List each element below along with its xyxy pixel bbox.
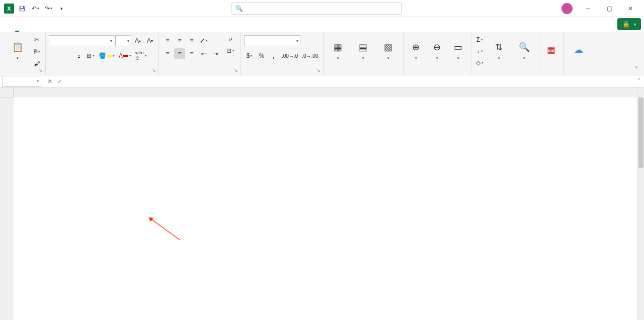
orientation-button[interactable]: ⤢ [198,35,209,46]
tab-acrobat[interactable] [103,17,113,32]
font-name-combo[interactable] [49,35,114,46]
wrap-text-button[interactable]: ⤶ [223,34,237,45]
svg-rect-1 [21,9,24,11]
ribbon: 📋 ▾ ✂ ⎘ 🖌 ↘ A▴ A▾ ⊞ [0,32,644,75]
sort-icon: ⇅ [492,40,506,54]
copy-button[interactable]: ⎘ [31,46,42,57]
number-format-combo[interactable] [244,35,300,46]
save-qat-button[interactable] [16,3,28,15]
scrollbar-thumb[interactable] [638,97,643,168]
increase-font-button[interactable]: A▴ [132,35,143,46]
merge-center-button[interactable]: ⊟ [223,45,237,56]
italic-button[interactable] [61,50,72,61]
tab-help[interactable] [93,17,103,32]
group-number: $ % , .00→.0 .0→.00 ↘ [241,33,324,75]
tab-devtools[interactable] [83,17,93,32]
fx-cancel-button[interactable]: ✕ [45,78,54,85]
row-headers [0,97,14,320]
number-launcher[interactable]: ↘ [315,67,322,74]
delete-cells-button[interactable]: ⊖▾ [428,34,447,66]
select-all-corner[interactable] [0,87,14,97]
baidu-icon: ☁ [572,43,586,57]
delete-icon: ⊖ [430,40,444,54]
app-icon[interactable]: X [3,3,15,15]
group-font: A▴ A▾ ⊞ 🪣 A wén文 ↘ [46,33,159,75]
underline-button[interactable] [73,50,84,61]
cell-style-button[interactable]: ▧▾ [377,34,400,66]
tab-file[interactable] [2,17,12,32]
fx-button[interactable] [65,78,74,85]
comma-style-button[interactable]: , [268,50,279,61]
save-baidu-button[interactable]: ☁ [567,34,590,66]
ribbon-collapse-button[interactable]: ˅ [632,65,641,74]
decrease-decimal-button[interactable]: .0→.00 [300,50,319,61]
align-left-button[interactable]: ≡ [162,48,173,59]
qat-customize[interactable]: ▾ [55,3,67,15]
table-format-button[interactable]: ▤▾ [352,34,375,66]
search-box[interactable]: 🔍 [231,3,402,15]
group-cells: ⊕▾ ⊖▾ ▭▾ [404,33,471,75]
formula-bar-expand[interactable]: ˅ [634,78,644,85]
format-cells-button[interactable]: ▭▾ [449,34,468,66]
name-box[interactable] [2,76,41,87]
bold-button[interactable] [49,50,60,61]
paste-button[interactable]: 📋 ▾ [6,34,29,66]
align-center-button[interactable]: ≡ [174,48,185,59]
group-styles: ▦▾ ▤▾ ▧▾ [324,33,404,75]
cond-format-icon: ▦ [331,40,345,54]
avatar [561,3,573,14]
decrease-font-button[interactable]: A▾ [144,35,155,46]
autosum-button[interactable]: Σ [474,34,486,45]
svg-rect-0 [21,6,23,8]
fx-confirm-button[interactable]: ✓ [55,78,64,85]
align-launcher[interactable]: ↘ [232,67,239,74]
align-top-button[interactable]: ≡ [162,35,173,46]
tab-review[interactable] [62,17,72,32]
align-bottom-button[interactable]: ≡ [186,35,197,46]
insert-cells-button[interactable]: ⊕▾ [407,34,426,66]
vertical-scrollbar[interactable] [637,87,644,320]
format-icon: ▭ [451,40,465,54]
find-select-button[interactable]: 🔍▾ [513,34,536,66]
sort-filter-button[interactable]: ⇅▾ [488,34,511,66]
clipboard-launcher[interactable]: ↘ [37,67,44,74]
increase-decimal-button[interactable]: .00→.0 [280,50,299,61]
align-right-button[interactable]: ≡ [186,48,197,59]
cut-button[interactable]: ✂ [31,34,42,45]
tab-layout[interactable] [32,17,42,32]
border-button[interactable]: ⊞ [85,50,96,61]
minimize-button[interactable]: ─ [578,1,599,16]
group-editing: Σ ↓ ◇ ⇅▾ 🔍▾ [471,33,539,75]
decrease-indent-button[interactable]: ⇤ [198,48,209,59]
font-color-button[interactable]: A [117,50,133,61]
group-clipboard: 📋 ▾ ✂ ⎘ 🖌 ↘ [3,33,46,75]
increase-indent-button[interactable]: ⇥ [210,48,221,59]
clear-button[interactable]: ◇ [474,57,486,68]
undo-button[interactable]: ↶▾ [29,3,41,15]
phonetic-button[interactable]: wén文 [134,50,148,61]
redo-button[interactable]: ↷▾ [42,3,54,15]
font-size-combo[interactable] [115,35,131,46]
fill-button[interactable]: ↓ [474,46,486,57]
column-headers [14,87,637,97]
share-button[interactable]: 🔒 ▾ [617,18,641,30]
group-alignment: ≡ ≡ ≡ ⤢ ≡ ≡ ≡ ⇤ ⇥ ⤶ ⊟ ↘ [159,33,241,75]
close-button[interactable]: ✕ [620,1,641,16]
tab-formulas[interactable] [42,17,52,32]
addins-button[interactable]: ▦ [542,34,560,66]
title-bar: X ↶▾ ↷▾ ▾ 🔍 ─ ▢ ✕ [0,0,644,17]
cells-area[interactable] [14,97,637,320]
font-launcher[interactable]: ↘ [150,67,157,74]
user-info[interactable] [558,3,573,14]
fill-color-button[interactable]: 🪣 [97,50,116,61]
percent-button[interactable]: % [256,50,267,61]
conditional-format-button[interactable]: ▦▾ [327,34,350,66]
insert-icon: ⊕ [409,40,423,54]
tab-view[interactable] [72,17,83,32]
maximize-button[interactable]: ▢ [599,1,620,16]
align-middle-button[interactable]: ≡ [174,35,185,46]
tab-data[interactable] [52,17,62,32]
tab-insert[interactable] [22,17,32,32]
tab-home[interactable] [12,17,22,32]
accounting-format-button[interactable]: $ [244,50,255,61]
